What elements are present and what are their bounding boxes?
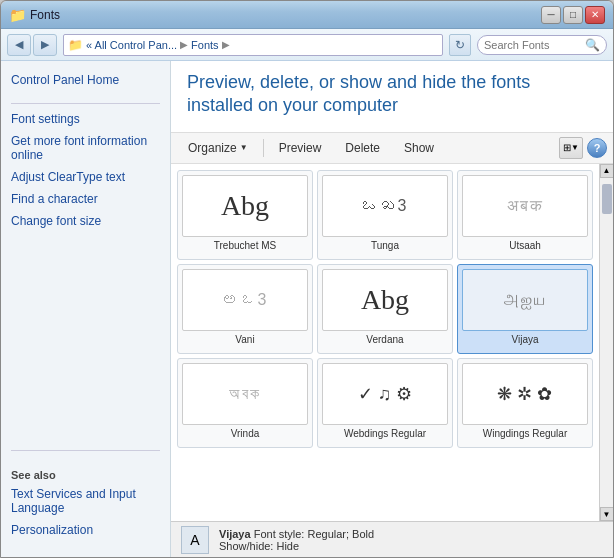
main-header: Preview, delete, or show and hide the fo… [171,61,613,132]
scroll-down-button[interactable]: ▼ [600,507,614,521]
help-button[interactable]: ? [587,138,607,158]
toolbar-right: ⊞▼ ? [559,137,607,159]
sidebar: Control Panel Home Font settings Get mor… [1,61,171,557]
breadcrumb[interactable]: 📁 « All Control Pan... ▶ Fonts ▶ [63,34,443,56]
title-buttons: ─ □ ✕ [541,6,605,24]
organize-button[interactable]: Organize ▼ [177,137,259,159]
font-item-vijaya[interactable]: அஐயVijaya [457,264,593,354]
breadcrumb-part1[interactable]: « All Control Pan... [86,39,177,51]
breadcrumb-sep2: ▶ [222,39,230,50]
status-font-name: Vijaya [219,528,251,540]
content-area: Control Panel Home Font settings Get mor… [1,61,613,557]
font-item-utsaah[interactable]: अबकUtsaah [457,170,593,260]
breadcrumb-folder-icon: 📁 [68,38,83,52]
sidebar-personalization[interactable]: Personalization [11,523,160,537]
delete-label: Delete [345,141,380,155]
font-name-label: Webdings Regular [344,428,426,439]
font-name-label: Vani [235,334,254,345]
font-name-label: Vrinda [231,428,260,439]
font-item-verdana[interactable]: AbgVerdana [317,264,453,354]
font-name-label: Tunga [371,240,399,251]
toolbar: Organize ▼ Preview Delete Show ⊞▼ ? [171,132,613,164]
sidebar-font-settings[interactable]: Font settings [11,112,160,126]
sidebar-control-panel-home[interactable]: Control Panel Home [11,73,160,87]
font-item-trebuchet-ms[interactable]: AbgTrebuchet MS [177,170,313,260]
window-icon: 📁 [9,7,26,23]
status-font-style: Font style: Regular; Bold [254,528,374,540]
scrollbar[interactable]: ▲ ▼ [599,164,613,521]
font-name-label: Vijaya [511,334,538,345]
toolbar-separator-1 [263,139,264,157]
main-panel: Preview, delete, or show and hide the fo… [171,61,613,557]
view-chevron-icon: ▼ [571,143,579,152]
sidebar-see-also: See also [11,469,160,481]
preview-label: Preview [279,141,322,155]
font-item-tunga[interactable]: ಒಖ3Tunga [317,170,453,260]
scroll-thumb[interactable] [602,184,612,214]
delete-button[interactable]: Delete [334,137,391,159]
font-item-webdings-regular[interactable]: ✓ ♫ ⚙Webdings Regular [317,358,453,448]
maximize-button[interactable]: □ [563,6,583,24]
grid-with-scroll: AbgTrebuchet MSಒಖ3TungaअबकUtsaahఅఒ3VaniA… [171,164,613,521]
organize-chevron-icon: ▼ [240,143,248,152]
status-bar: A Vijaya Font style: Regular; Bold Show/… [171,521,613,557]
fonts-grid: AbgTrebuchet MSಒಖ3TungaअबकUtsaahఅఒ3VaniA… [171,164,599,521]
font-item-vani[interactable]: అఒ3Vani [177,264,313,354]
refresh-button[interactable]: ↻ [449,34,471,56]
font-name-label: Trebuchet MS [214,240,276,251]
nav-buttons: ◀ ▶ [7,34,57,56]
window-title: Fonts [30,8,60,22]
title-bar: 📁 Fonts ─ □ ✕ [1,1,613,29]
search-box[interactable]: 🔍 [477,35,607,55]
search-icon: 🔍 [585,38,600,52]
status-text: Vijaya Font style: Regular; Bold Show/hi… [219,528,374,552]
font-name-label: Verdana [366,334,403,345]
minimize-button[interactable]: ─ [541,6,561,24]
font-item-vrinda[interactable]: অবকVrinda [177,358,313,448]
search-input[interactable] [484,39,581,51]
status-font-icon: A [181,526,209,554]
show-button[interactable]: Show [393,137,445,159]
sidebar-spacer [11,236,160,442]
title-bar-left: 📁 Fonts [9,7,60,23]
preview-button[interactable]: Preview [268,137,333,159]
breadcrumb-sep1: ▶ [180,39,188,50]
sidebar-cleartype[interactable]: Adjust ClearType text [11,170,160,184]
sidebar-find-char[interactable]: Find a character [11,192,160,206]
sidebar-change-size[interactable]: Change font size [11,214,160,228]
main-window: 📁 Fonts ─ □ ✕ ◀ ▶ 📁 « All Control Pan...… [0,0,614,558]
sidebar-more-info[interactable]: Get more font information online [11,134,160,162]
font-item-wingdings-regular[interactable]: ❋ ✲ ✿Wingdings Regular [457,358,593,448]
sidebar-divider-2 [11,450,160,451]
close-button[interactable]: ✕ [585,6,605,24]
font-name-label: Wingdings Regular [483,428,568,439]
sidebar-divider-1 [11,103,160,104]
organize-label: Organize [188,141,237,155]
breadcrumb-part2[interactable]: Fonts [191,39,219,51]
back-button[interactable]: ◀ [7,34,31,56]
font-name-label: Utsaah [509,240,541,251]
address-bar: ◀ ▶ 📁 « All Control Pan... ▶ Fonts ▶ ↻ 🔍 [1,29,613,61]
sidebar-text-services[interactable]: Text Services and Input Language [11,487,160,515]
show-label: Show [404,141,434,155]
forward-button[interactable]: ▶ [33,34,57,56]
status-show-hide: Show/hide: Hide [219,540,299,552]
page-title: Preview, delete, or show and hide the fo… [187,71,597,118]
view-button[interactable]: ⊞▼ [559,137,583,159]
scroll-up-button[interactable]: ▲ [600,164,614,178]
